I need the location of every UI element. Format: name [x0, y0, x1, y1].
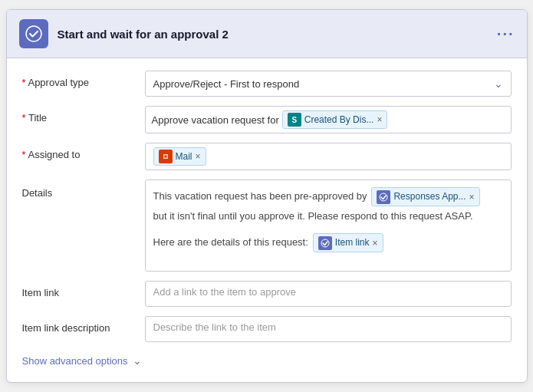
details-row: Details This vacation request has been p… — [22, 180, 512, 272]
card-header: Start and wait for an approval 2 ··· — [7, 10, 527, 58]
show-advanced-button[interactable]: Show advanced options ⌄ — [22, 351, 512, 370]
details-token-2-close[interactable]: × — [373, 239, 378, 248]
details-text-2: but it isn't final until you approve it.… — [153, 209, 473, 225]
details-label: Details — [22, 180, 145, 199]
item-link-field[interactable]: Add a link to the item to approve — [145, 281, 512, 307]
sharepoint-icon: S — [288, 113, 301, 127]
item-link-row: Item link Add a link to the item to appr… — [22, 281, 512, 307]
assigned-to-token-label: Mail — [176, 151, 192, 162]
details-text-1: This vacation request has been pre-appro… — [153, 189, 367, 205]
approval-response-icon — [377, 190, 390, 204]
item-link-placeholder: Add a link to the item to approve — [153, 286, 296, 298]
title-token-close[interactable]: × — [377, 115, 382, 124]
approval-icon — [19, 19, 48, 48]
title-token: S Created By Dis... × — [282, 110, 388, 129]
assigned-to-field[interactable]: Mail × — [145, 143, 512, 170]
approval-type-value: Approve/Reject - First to respond — [153, 78, 300, 90]
assigned-to-token-close[interactable]: × — [196, 152, 201, 161]
approval-type-label: Approval type — [22, 71, 145, 88]
title-field[interactable]: Approve vacation request for S Created B… — [145, 106, 512, 133]
chevron-down-icon-advanced: ⌄ — [133, 354, 142, 367]
approval-type-select[interactable]: Approve/Reject - First to respond ⌄ — [145, 71, 512, 97]
title-token-label: Created By Dis... — [304, 114, 374, 125]
details-line-3: Here are the details of this request: It… — [153, 232, 503, 253]
approval-item-icon — [318, 236, 332, 250]
item-link-label: Item link — [22, 281, 145, 298]
item-link-desc-row: Item link description Describe the link … — [22, 316, 512, 342]
approval-card: Start and wait for an approval 2 ··· App… — [6, 9, 528, 383]
details-token-1-label: Responses App... — [393, 189, 466, 204]
assigned-to-token: Mail × — [153, 147, 206, 166]
details-line-2: but it isn't final until you approve it.… — [153, 209, 503, 225]
more-options-button[interactable]: ··· — [497, 25, 515, 43]
details-field[interactable]: This vacation request has been pre-appro… — [145, 180, 512, 272]
item-link-desc-placeholder: Describe the link to the item — [153, 321, 276, 333]
title-row: Title Approve vacation request for S Cre… — [22, 106, 512, 133]
details-line-1: This vacation request has been pre-appro… — [153, 186, 503, 207]
details-spacer — [153, 226, 503, 232]
office-icon — [159, 150, 173, 163]
card-body: Approval type Approve/Reject - First to … — [7, 58, 527, 382]
title-prefix-text: Approve vacation request for — [152, 114, 279, 126]
chevron-down-icon: ⌄ — [494, 77, 503, 90]
details-token-2-label: Item link — [335, 236, 370, 250]
details-text-3: Here are the details of this request: — [153, 235, 308, 251]
details-token-2: Item link × — [313, 233, 383, 252]
assigned-to-label: Assigned to — [22, 143, 145, 160]
item-link-desc-label: Item link description — [22, 316, 145, 334]
svg-point-0 — [26, 26, 41, 41]
header-left: Start and wait for an approval 2 — [19, 19, 229, 48]
details-token-1: Responses App... × — [371, 187, 479, 206]
header-title: Start and wait for an approval 2 — [58, 28, 229, 41]
title-label: Title — [22, 106, 145, 124]
svg-rect-3 — [164, 156, 166, 158]
details-token-1-close[interactable]: × — [469, 193, 475, 202]
show-advanced-label: Show advanced options — [22, 355, 128, 367]
item-link-desc-field[interactable]: Describe the link to the item — [145, 316, 512, 342]
approval-type-row: Approval type Approve/Reject - First to … — [22, 71, 512, 97]
assigned-to-row: Assigned to Mail × — [22, 143, 512, 170]
